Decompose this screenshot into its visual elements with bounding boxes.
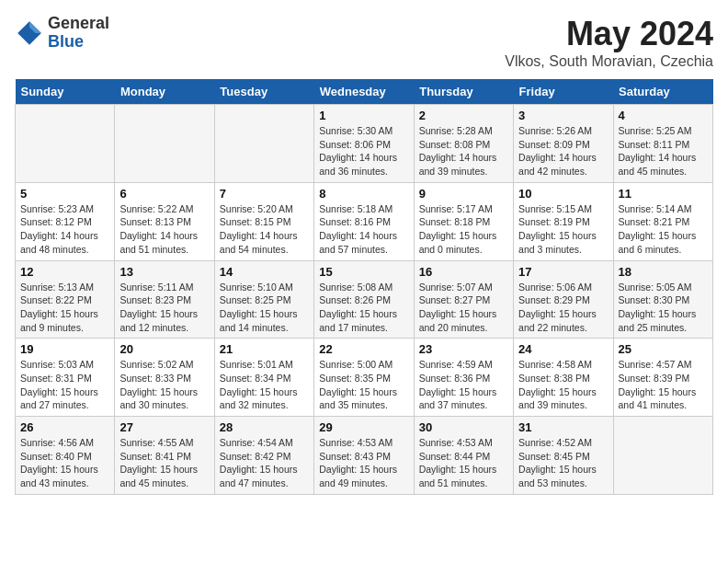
day-cell: 3Sunrise: 5:26 AM Sunset: 8:09 PM Daylig… xyxy=(514,105,613,183)
day-header-friday: Friday xyxy=(514,79,613,105)
day-number: 15 xyxy=(319,265,408,279)
day-cell: 27Sunrise: 4:55 AM Sunset: 8:41 PM Dayli… xyxy=(115,417,214,495)
day-info: Sunrise: 5:02 AM Sunset: 8:33 PM Dayligh… xyxy=(119,358,209,412)
day-cell: 21Sunrise: 5:01 AM Sunset: 8:34 PM Dayli… xyxy=(214,339,313,417)
week-row-2: 5Sunrise: 5:23 AM Sunset: 8:12 PM Daylig… xyxy=(16,182,713,260)
day-cell: 1Sunrise: 5:30 AM Sunset: 8:06 PM Daylig… xyxy=(314,105,414,183)
day-cell: 24Sunrise: 4:58 AM Sunset: 8:38 PM Dayli… xyxy=(514,339,613,417)
day-info: Sunrise: 5:11 AM Sunset: 8:23 PM Dayligh… xyxy=(119,281,209,335)
day-info: Sunrise: 5:00 AM Sunset: 8:35 PM Dayligh… xyxy=(319,358,408,412)
day-number: 26 xyxy=(20,420,109,434)
day-cell: 28Sunrise: 4:54 AM Sunset: 8:42 PM Dayli… xyxy=(214,417,313,495)
day-cell: 8Sunrise: 5:18 AM Sunset: 8:16 PM Daylig… xyxy=(314,182,414,260)
day-cell xyxy=(16,105,115,183)
day-info: Sunrise: 5:05 AM Sunset: 8:30 PM Dayligh… xyxy=(619,281,708,335)
day-cell: 26Sunrise: 4:56 AM Sunset: 8:40 PM Dayli… xyxy=(16,417,115,495)
day-cell: 22Sunrise: 5:00 AM Sunset: 8:35 PM Dayli… xyxy=(314,339,414,417)
day-number: 12 xyxy=(20,265,109,279)
day-number: 16 xyxy=(419,265,508,279)
day-number: 30 xyxy=(419,420,508,434)
header: General Blue May 2024 Vlkos, South Morav… xyxy=(15,15,713,70)
day-cell: 12Sunrise: 5:13 AM Sunset: 8:22 PM Dayli… xyxy=(16,260,115,339)
day-info: Sunrise: 5:08 AM Sunset: 8:26 PM Dayligh… xyxy=(319,281,408,335)
day-info: Sunrise: 4:54 AM Sunset: 8:42 PM Dayligh… xyxy=(220,436,309,490)
day-number: 21 xyxy=(220,342,309,356)
day-number: 11 xyxy=(619,187,708,201)
day-number: 5 xyxy=(20,187,109,201)
day-cell: 6Sunrise: 5:22 AM Sunset: 8:13 PM Daylig… xyxy=(115,182,214,260)
day-number: 2 xyxy=(419,109,508,122)
logo: General Blue xyxy=(15,15,109,52)
day-cell: 2Sunrise: 5:28 AM Sunset: 8:08 PM Daylig… xyxy=(414,105,513,183)
day-header-monday: Monday xyxy=(115,79,214,105)
day-number: 29 xyxy=(319,420,408,434)
day-cell: 17Sunrise: 5:06 AM Sunset: 8:29 PM Dayli… xyxy=(514,260,613,339)
day-info: Sunrise: 5:13 AM Sunset: 8:22 PM Dayligh… xyxy=(20,281,109,335)
day-info: Sunrise: 5:01 AM Sunset: 8:34 PM Dayligh… xyxy=(220,358,309,412)
day-cell: 31Sunrise: 4:52 AM Sunset: 8:45 PM Dayli… xyxy=(514,417,613,495)
day-info: Sunrise: 5:17 AM Sunset: 8:18 PM Dayligh… xyxy=(419,202,508,257)
day-info: Sunrise: 5:10 AM Sunset: 8:25 PM Dayligh… xyxy=(220,281,309,335)
day-info: Sunrise: 4:53 AM Sunset: 8:44 PM Dayligh… xyxy=(419,436,508,490)
day-info: Sunrise: 5:23 AM Sunset: 8:12 PM Dayligh… xyxy=(20,202,109,257)
day-number: 17 xyxy=(518,265,608,279)
day-info: Sunrise: 5:28 AM Sunset: 8:08 PM Dayligh… xyxy=(419,124,508,178)
week-row-1: 1Sunrise: 5:30 AM Sunset: 8:06 PM Daylig… xyxy=(16,105,713,183)
logo-icon xyxy=(15,18,44,48)
day-number: 19 xyxy=(20,342,109,356)
day-cell: 30Sunrise: 4:53 AM Sunset: 8:44 PM Dayli… xyxy=(414,417,513,495)
day-number: 9 xyxy=(419,187,508,201)
day-cell: 10Sunrise: 5:15 AM Sunset: 8:19 PM Dayli… xyxy=(514,182,613,260)
day-cell: 13Sunrise: 5:11 AM Sunset: 8:23 PM Dayli… xyxy=(115,260,214,339)
day-cell: 20Sunrise: 5:02 AM Sunset: 8:33 PM Dayli… xyxy=(115,339,214,417)
day-number: 7 xyxy=(220,187,309,201)
day-cell xyxy=(613,417,712,495)
day-info: Sunrise: 5:20 AM Sunset: 8:15 PM Dayligh… xyxy=(220,202,309,257)
day-number: 25 xyxy=(619,342,708,356)
day-number: 20 xyxy=(119,342,209,356)
logo-general-text: General xyxy=(48,14,109,32)
day-header-thursday: Thursday xyxy=(414,79,513,105)
day-header-sunday: Sunday xyxy=(16,79,115,105)
day-info: Sunrise: 5:15 AM Sunset: 8:19 PM Dayligh… xyxy=(518,202,608,257)
day-cell: 23Sunrise: 4:59 AM Sunset: 8:36 PM Dayli… xyxy=(414,339,513,417)
title-area: May 2024 Vlkos, South Moravian, Czechia xyxy=(505,15,713,70)
day-header-tuesday: Tuesday xyxy=(214,79,313,105)
day-cell: 7Sunrise: 5:20 AM Sunset: 8:15 PM Daylig… xyxy=(214,182,313,260)
day-cell xyxy=(115,105,214,183)
day-cell: 15Sunrise: 5:08 AM Sunset: 8:26 PM Dayli… xyxy=(314,260,414,339)
day-headers-row: SundayMondayTuesdayWednesdayThursdayFrid… xyxy=(16,79,713,105)
day-cell: 14Sunrise: 5:10 AM Sunset: 8:25 PM Dayli… xyxy=(214,260,313,339)
day-info: Sunrise: 4:59 AM Sunset: 8:36 PM Dayligh… xyxy=(419,358,508,412)
day-number: 1 xyxy=(319,109,408,122)
day-number: 31 xyxy=(518,420,608,434)
day-info: Sunrise: 4:53 AM Sunset: 8:43 PM Dayligh… xyxy=(319,436,408,490)
day-cell: 11Sunrise: 5:14 AM Sunset: 8:21 PM Dayli… xyxy=(613,182,712,260)
calendar-title: May 2024 xyxy=(505,15,713,53)
day-number: 6 xyxy=(119,187,209,201)
day-number: 13 xyxy=(119,265,209,279)
day-info: Sunrise: 5:03 AM Sunset: 8:31 PM Dayligh… xyxy=(20,358,109,412)
day-cell xyxy=(214,105,313,183)
day-number: 8 xyxy=(319,187,408,201)
calendar-table: SundayMondayTuesdayWednesdayThursdayFrid… xyxy=(15,79,713,495)
day-header-wednesday: Wednesday xyxy=(314,79,414,105)
day-cell: 16Sunrise: 5:07 AM Sunset: 8:27 PM Dayli… xyxy=(414,260,513,339)
day-number: 10 xyxy=(518,187,608,201)
day-info: Sunrise: 5:14 AM Sunset: 8:21 PM Dayligh… xyxy=(619,202,708,257)
day-number: 22 xyxy=(319,342,408,356)
day-cell: 25Sunrise: 4:57 AM Sunset: 8:39 PM Dayli… xyxy=(613,339,712,417)
day-info: Sunrise: 4:57 AM Sunset: 8:39 PM Dayligh… xyxy=(619,358,708,412)
day-number: 3 xyxy=(518,109,608,122)
day-header-saturday: Saturday xyxy=(613,79,712,105)
day-number: 24 xyxy=(518,342,608,356)
day-number: 27 xyxy=(119,420,209,434)
day-number: 14 xyxy=(220,265,309,279)
day-cell: 29Sunrise: 4:53 AM Sunset: 8:43 PM Dayli… xyxy=(314,417,414,495)
day-info: Sunrise: 4:56 AM Sunset: 8:40 PM Dayligh… xyxy=(20,436,109,490)
day-number: 4 xyxy=(619,109,708,122)
week-row-4: 19Sunrise: 5:03 AM Sunset: 8:31 PM Dayli… xyxy=(16,339,713,417)
week-row-5: 26Sunrise: 4:56 AM Sunset: 8:40 PM Dayli… xyxy=(16,417,713,495)
day-info: Sunrise: 4:58 AM Sunset: 8:38 PM Dayligh… xyxy=(518,358,608,412)
logo-blue-text: Blue xyxy=(48,32,84,51)
